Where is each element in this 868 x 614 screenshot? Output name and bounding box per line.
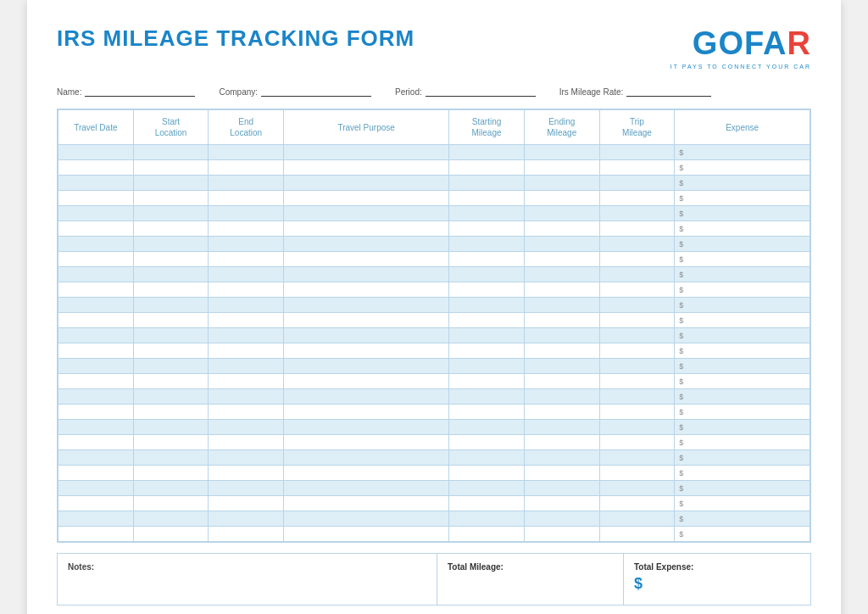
row-10-col-4[interactable] [449, 298, 525, 313]
row-23-col-4[interactable] [449, 496, 525, 511]
row-24-col-6[interactable] [599, 511, 675, 527]
row-18-col-1[interactable] [133, 420, 209, 435]
row-17-col-6[interactable] [599, 405, 675, 420]
table-row[interactable]: $ [58, 435, 810, 450]
row-0-col-2[interactable] [209, 145, 284, 160]
table-row[interactable]: $ [58, 221, 810, 237]
row-19-col-1[interactable] [133, 435, 209, 450]
row-20-col-6[interactable] [599, 450, 675, 466]
row-25-col-6[interactable] [599, 527, 675, 542]
row-10-expense[interactable]: $ [675, 298, 810, 313]
row-3-col-5[interactable] [524, 191, 599, 206]
table-row[interactable]: $ [58, 496, 810, 511]
row-15-col-1[interactable] [133, 374, 209, 389]
row-2-expense[interactable]: $ [675, 176, 810, 191]
row-7-col-1[interactable] [133, 252, 209, 267]
row-1-col-4[interactable] [449, 160, 525, 176]
row-2-col-3[interactable] [284, 176, 449, 191]
row-20-col-5[interactable] [524, 450, 599, 466]
row-14-col-5[interactable] [524, 359, 599, 374]
row-15-col-3[interactable] [284, 374, 449, 389]
row-25-expense[interactable]: $ [675, 527, 810, 542]
row-15-expense[interactable]: $ [675, 374, 810, 389]
row-6-col-3[interactable] [284, 237, 449, 252]
row-0-col-0[interactable] [58, 145, 134, 160]
row-21-col-1[interactable] [133, 466, 209, 481]
row-18-col-2[interactable] [209, 420, 284, 435]
row-1-col-6[interactable] [599, 160, 675, 176]
row-19-col-4[interactable] [449, 435, 525, 450]
row-2-col-0[interactable] [58, 176, 134, 191]
row-18-col-4[interactable] [449, 420, 525, 435]
row-19-col-0[interactable] [58, 435, 134, 450]
row-13-col-0[interactable] [58, 343, 134, 359]
row-25-col-0[interactable] [58, 527, 134, 542]
row-25-col-2[interactable] [209, 527, 284, 542]
row-7-col-0[interactable] [58, 252, 134, 267]
table-row[interactable]: $ [58, 389, 810, 405]
row-12-col-5[interactable] [524, 328, 599, 343]
row-2-col-4[interactable] [449, 176, 525, 191]
row-18-expense[interactable]: $ [675, 420, 810, 435]
row-5-col-3[interactable] [284, 221, 449, 237]
row-4-col-0[interactable] [58, 206, 134, 221]
row-9-expense[interactable]: $ [675, 282, 810, 298]
row-1-expense[interactable]: $ [675, 160, 810, 176]
row-14-col-6[interactable] [599, 359, 675, 374]
table-row[interactable]: $ [58, 374, 810, 389]
row-6-col-0[interactable] [58, 237, 134, 252]
row-18-col-6[interactable] [599, 420, 675, 435]
row-16-col-4[interactable] [449, 389, 525, 405]
row-12-col-2[interactable] [209, 328, 284, 343]
table-row[interactable]: $ [58, 267, 810, 282]
row-15-col-4[interactable] [449, 374, 525, 389]
row-12-expense[interactable]: $ [675, 328, 810, 343]
period-input[interactable] [426, 85, 536, 97]
row-14-col-1[interactable] [133, 359, 209, 374]
row-13-col-1[interactable] [133, 343, 209, 359]
row-23-col-6[interactable] [599, 496, 675, 511]
row-16-col-3[interactable] [284, 389, 449, 405]
row-17-col-4[interactable] [449, 405, 525, 420]
row-0-col-4[interactable] [449, 145, 525, 160]
row-5-expense[interactable]: $ [675, 221, 810, 237]
row-24-col-2[interactable] [209, 511, 284, 527]
row-10-col-6[interactable] [599, 298, 675, 313]
row-20-expense[interactable]: $ [675, 450, 810, 466]
row-9-col-5[interactable] [524, 282, 599, 298]
row-16-col-0[interactable] [58, 389, 134, 405]
table-row[interactable]: $ [58, 343, 810, 359]
table-row[interactable]: $ [58, 481, 810, 496]
row-8-col-0[interactable] [58, 267, 134, 282]
row-3-expense[interactable]: $ [675, 191, 810, 206]
row-0-col-5[interactable] [524, 145, 599, 160]
row-20-col-1[interactable] [133, 450, 209, 466]
row-12-col-4[interactable] [449, 328, 525, 343]
row-12-col-0[interactable] [58, 328, 134, 343]
row-12-col-1[interactable] [133, 328, 209, 343]
row-4-col-5[interactable] [524, 206, 599, 221]
table-row[interactable]: $ [58, 527, 810, 542]
row-16-col-5[interactable] [524, 389, 599, 405]
row-20-col-3[interactable] [284, 450, 449, 466]
row-17-col-0[interactable] [58, 405, 134, 420]
row-15-col-6[interactable] [599, 374, 675, 389]
table-row[interactable]: $ [58, 450, 810, 466]
row-2-col-2[interactable] [209, 176, 284, 191]
table-row[interactable]: $ [58, 191, 810, 206]
row-21-col-4[interactable] [449, 466, 525, 481]
row-11-col-4[interactable] [449, 313, 525, 328]
row-3-col-6[interactable] [599, 191, 675, 206]
row-7-col-5[interactable] [524, 252, 599, 267]
row-24-col-3[interactable] [284, 511, 449, 527]
row-19-col-5[interactable] [524, 435, 599, 450]
row-20-col-0[interactable] [58, 450, 134, 466]
row-21-col-5[interactable] [524, 466, 599, 481]
row-0-col-1[interactable] [133, 145, 209, 160]
row-12-col-6[interactable] [599, 328, 675, 343]
row-8-col-2[interactable] [209, 267, 284, 282]
row-22-col-0[interactable] [58, 481, 134, 496]
row-11-col-1[interactable] [133, 313, 209, 328]
row-23-col-0[interactable] [58, 496, 134, 511]
row-24-col-5[interactable] [524, 511, 599, 527]
